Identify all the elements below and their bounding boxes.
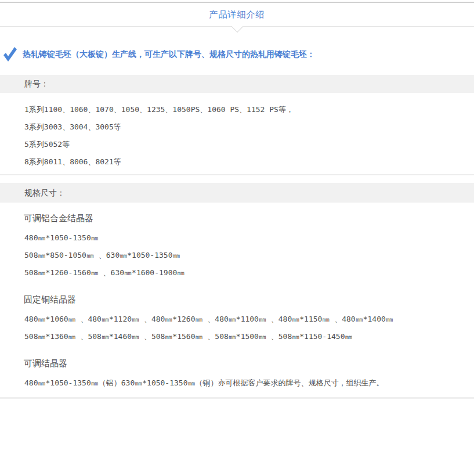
spec-line: 508㎜*850-1050㎜ 、630㎜*1050-1350㎜: [0, 247, 474, 264]
brand-line: 1系列1100、1060、1070、1050、1235、1050PS、1060 …: [0, 101, 474, 118]
page-title: 产品详细介绍: [209, 9, 265, 20]
check-icon: [2, 46, 17, 63]
section-title-spec: 规格尺寸：: [24, 188, 65, 197]
header-divider: [0, 26, 474, 27]
spec-line: 508㎜*1360㎜ 、508㎜*1460㎜ 、508㎜*1560㎜ 、508㎜…: [0, 328, 474, 345]
section-divider: [0, 174, 474, 175]
bottom-divider: [0, 397, 474, 399]
subsection-heading-fixed-copper: 固定铜结晶器: [0, 295, 474, 304]
section-header-spec: 规格尺寸：: [0, 183, 474, 203]
brand-line: 5系列5052等: [0, 136, 474, 153]
subsection-heading-adjustable-aluminum: 可调铝合金结晶器: [0, 214, 474, 223]
spec-line: 480㎜*1050-1350㎜（铝）630㎜*1050-1350㎜（铜）亦可根据…: [0, 374, 474, 392]
spec-line: 480㎜*1060㎜ 、480㎜*1120㎜ 、480㎜*1260㎜ 、480㎜…: [0, 311, 474, 328]
brand-line: 3系列3003、3004、3005等: [0, 118, 474, 136]
intro-text: 热轧铸锭毛坯（大板锭）生产线，可生产以下牌号、规格尺寸的热轧用铸锭毛坯：: [23, 49, 315, 60]
spec-content: 可调铝合金结晶器 480㎜*1050-1350㎜ 508㎜*850-1050㎜ …: [0, 214, 474, 392]
intro-row: 热轧铸锭毛坯（大板锭）生产线，可生产以下牌号、规格尺寸的热轧用铸锭毛坯：: [0, 46, 474, 63]
subsection-heading-adjustable: 可调结晶器: [0, 359, 474, 368]
product-detail-page: 产品详细介绍 热轧铸锭毛坯（大板锭）生产线，可生产以下牌号、规格尺寸的热轧用铸锭…: [0, 0, 474, 476]
brand-list: 1系列1100、1060、1070、1050、1235、1050PS、1060 …: [0, 93, 474, 171]
spec-line: 508㎜*1260-1560㎜ 、630㎜*1600-1900㎜: [0, 264, 474, 282]
section-title-brand: 牌号：: [24, 79, 49, 88]
spec-line: 480㎜*1050-1350㎜: [0, 229, 474, 247]
brand-line: 8系列8011、8006、8021等: [0, 153, 474, 171]
section-header-brand: 牌号：: [0, 75, 474, 93]
